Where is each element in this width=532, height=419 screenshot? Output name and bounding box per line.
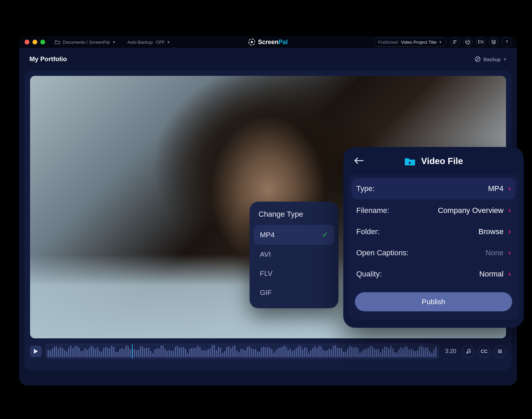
- change-type-popup: Change Type MP4✓AVIFLVGIF: [250, 202, 338, 308]
- brand-logo: ScreenPal: [248, 39, 288, 46]
- type-option-mp4[interactable]: MP4✓: [254, 225, 334, 245]
- row-type[interactable]: Type: MP4›: [351, 178, 516, 199]
- row-quality-label: Quality:: [356, 270, 382, 279]
- playhead[interactable]: [132, 344, 133, 359]
- folder-play-icon: [404, 157, 416, 166]
- backup-button[interactable]: Backup ▼: [475, 56, 507, 62]
- row-folder[interactable]: Folder: Browse›: [348, 221, 519, 242]
- chevron-down-icon: ▼: [439, 40, 442, 44]
- breadcrumb-text: Documents / ScreenPal: [63, 40, 110, 45]
- row-captions-label: Open Captions:: [356, 248, 409, 257]
- row-quality[interactable]: Quality: Normal›: [348, 263, 519, 285]
- disabled-icon: [475, 56, 481, 62]
- auto-backup-label: Auto Backup:: [127, 40, 154, 45]
- row-folder-value: Browse: [478, 227, 503, 236]
- chevron-right-icon: ›: [508, 270, 511, 279]
- cc-button[interactable]: CC: [478, 345, 490, 357]
- row-filename[interactable]: Filename: Company Overview›: [348, 200, 519, 221]
- title-bar: Documents / ScreenPal ▼ Auto Backup: OFF…: [19, 36, 517, 48]
- change-type-title: Change Type: [254, 209, 334, 225]
- published-label: Published:: [378, 40, 399, 45]
- row-captions[interactable]: Open Captions: None›: [348, 242, 519, 263]
- minimize-window-button[interactable]: [32, 40, 37, 44]
- help-icon[interactable]: ?: [502, 37, 511, 47]
- row-filename-label: Filename:: [356, 206, 389, 215]
- chevron-down-icon: ▼: [167, 40, 170, 44]
- chevron-right-icon: ›: [508, 248, 511, 257]
- auto-backup-value: OFF: [156, 40, 165, 45]
- menu-button[interactable]: [494, 345, 506, 357]
- project-title-dropdown[interactable]: Published: Video Project Title ▼: [374, 38, 447, 47]
- type-option-label: AVI: [260, 250, 271, 258]
- project-title: Video Project Title: [401, 40, 437, 45]
- playlist-icon[interactable]: [450, 37, 460, 47]
- svg-line-1: [476, 57, 479, 61]
- breadcrumb[interactable]: Documents / ScreenPal ▼: [55, 40, 116, 45]
- brand-icon: [248, 39, 255, 45]
- video-file-title: Video File: [421, 156, 463, 166]
- folder-icon: [55, 40, 60, 44]
- play-button[interactable]: [30, 346, 42, 357]
- music-button[interactable]: [462, 345, 475, 357]
- chevron-down-icon: ▼: [112, 40, 116, 44]
- auto-backup-toggle[interactable]: Auto Backup: OFF ▼: [127, 40, 170, 45]
- type-option-label: GIF: [260, 288, 272, 297]
- row-type-label: Type:: [356, 184, 375, 193]
- type-option-flv[interactable]: FLV: [254, 264, 334, 283]
- chevron-right-icon: ›: [508, 184, 511, 193]
- chevron-right-icon: ›: [508, 227, 511, 236]
- type-option-label: MP4: [260, 231, 275, 239]
- svg-point-3: [469, 351, 470, 353]
- timeline-waveform[interactable]: 1:08.00: [45, 344, 439, 359]
- title-bar-right: Published: Video Project Title ▼ EN ?: [374, 37, 511, 47]
- row-quality-value: Normal: [479, 270, 504, 279]
- layers-icon[interactable]: [489, 37, 498, 47]
- timeline-row: 1:08.00 3:20 CC: [30, 344, 506, 359]
- maximize-window-button[interactable]: [40, 40, 45, 44]
- publish-button[interactable]: Publish: [355, 292, 512, 311]
- type-option-avi[interactable]: AVI: [254, 245, 334, 264]
- row-filename-value: Company Overview: [438, 206, 504, 215]
- row-captions-value: None: [486, 248, 504, 257]
- total-time: 3:20: [442, 348, 459, 355]
- chevron-right-icon: ›: [508, 206, 511, 215]
- language-button[interactable]: EN: [476, 37, 486, 47]
- page-title: My Portfolio: [29, 55, 67, 63]
- brand-text-a: Screen: [258, 39, 278, 45]
- type-option-label: FLV: [260, 269, 272, 278]
- video-file-panel: Video File Type: MP4› Filename: Company …: [343, 147, 524, 328]
- sub-header: My Portfolio Backup ▼: [19, 48, 517, 70]
- check-icon: ✓: [322, 230, 328, 239]
- brand-text-b: Pal: [279, 39, 288, 45]
- video-file-header: Video File: [343, 154, 524, 174]
- type-option-gif[interactable]: GIF: [254, 283, 334, 302]
- close-window-button[interactable]: [25, 40, 29, 44]
- back-button[interactable]: [354, 157, 364, 166]
- row-folder-label: Folder:: [356, 227, 380, 236]
- svg-point-2: [467, 352, 468, 353]
- backup-label: Backup: [483, 56, 501, 62]
- video-file-body: Type: MP4› Filename: Company Overview› F…: [348, 174, 519, 320]
- chevron-down-icon: ▼: [503, 57, 507, 61]
- history-icon[interactable]: [463, 37, 473, 47]
- row-type-value: MP4: [488, 184, 503, 193]
- traffic-lights: [25, 40, 45, 44]
